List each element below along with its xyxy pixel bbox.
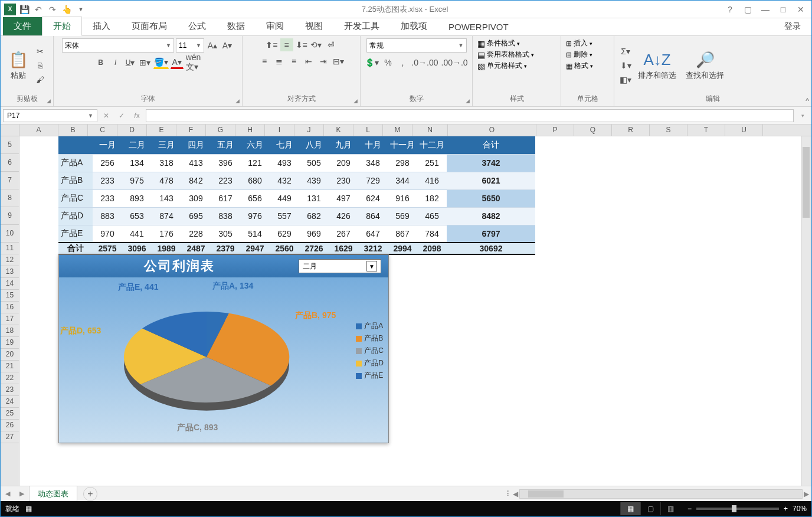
- grow-font-icon[interactable]: A▴: [206, 39, 219, 52]
- help-icon[interactable]: ?: [722, 4, 738, 15]
- currency-icon[interactable]: 💲▾: [364, 56, 379, 69]
- row-header[interactable]: 11: [1, 243, 19, 254]
- col-header[interactable]: M: [383, 125, 412, 136]
- row-header[interactable]: 5: [1, 136, 19, 154]
- col-header[interactable]: S: [650, 125, 687, 136]
- expand-formula-bar-icon[interactable]: ▾: [796, 109, 809, 122]
- font-name-combo[interactable]: 宋体▼: [62, 38, 174, 53]
- decrease-indent-icon[interactable]: ⇤: [302, 55, 315, 68]
- vertical-scrollbar[interactable]: [801, 136, 811, 486]
- tab-formulas[interactable]: 公式: [178, 17, 217, 35]
- tab-data[interactable]: 数据: [217, 17, 256, 35]
- tab-powerpivot[interactable]: POWERPIVOT: [438, 18, 519, 35]
- row-header[interactable]: 9: [1, 207, 19, 225]
- qat-dropdown-icon[interactable]: ▼: [75, 4, 87, 15]
- decrease-decimal-icon[interactable]: .00→.0: [441, 56, 469, 69]
- collapse-ribbon-icon[interactable]: ^: [806, 97, 809, 105]
- col-header[interactable]: B: [58, 125, 88, 136]
- cut-icon[interactable]: ✂: [34, 45, 47, 58]
- format-as-table-button[interactable]: ▤套用表格格式▾: [477, 50, 534, 60]
- sheet-nav-prev-icon[interactable]: ◀: [1, 490, 15, 498]
- italic-button[interactable]: I: [109, 56, 122, 69]
- merge-cells-button[interactable]: ⊟▾: [332, 55, 345, 68]
- dialog-launcher-icon[interactable]: ◢: [47, 98, 51, 104]
- increase-indent-icon[interactable]: ⇥: [317, 55, 330, 68]
- fill-color-button[interactable]: 🪣▾: [153, 56, 169, 69]
- row-header[interactable]: 17: [1, 313, 19, 325]
- underline-button[interactable]: U▾: [124, 56, 137, 69]
- col-header[interactable]: D: [117, 125, 147, 136]
- tab-view[interactable]: 视图: [294, 17, 333, 35]
- align-left-icon[interactable]: ≡: [258, 55, 271, 68]
- redo-icon[interactable]: ↷: [47, 4, 58, 15]
- col-header[interactable]: O: [448, 125, 536, 136]
- col-header[interactable]: R: [612, 125, 650, 136]
- minimize-icon[interactable]: —: [757, 4, 774, 15]
- row-header[interactable]: 18: [1, 325, 19, 337]
- col-header[interactable]: G: [206, 125, 235, 136]
- tab-review[interactable]: 审阅: [256, 17, 294, 35]
- col-header[interactable]: P: [536, 125, 574, 136]
- col-header[interactable]: N: [412, 125, 448, 136]
- col-header[interactable]: E: [147, 125, 176, 136]
- enter-formula-icon[interactable]: ✓: [115, 109, 128, 122]
- copy-icon[interactable]: ⎘: [34, 59, 47, 72]
- row-header[interactable]: 19: [1, 337, 19, 349]
- cancel-formula-icon[interactable]: ✕: [100, 109, 113, 122]
- tab-developer[interactable]: 开发工具: [333, 17, 390, 35]
- wrap-text-button[interactable]: ⏎: [325, 38, 338, 51]
- col-header[interactable]: F: [176, 125, 206, 136]
- format-painter-icon[interactable]: 🖌: [34, 73, 47, 86]
- row-header[interactable]: 20: [1, 349, 19, 361]
- tab-file[interactable]: 文件: [3, 17, 42, 35]
- login-link[interactable]: 登录: [776, 18, 809, 35]
- row-header[interactable]: 27: [1, 431, 19, 443]
- page-break-view-icon[interactable]: ▥: [660, 502, 680, 515]
- find-select-button[interactable]: 🔎 查找和选择: [682, 50, 728, 82]
- orientation-icon[interactable]: ⟲▾: [310, 38, 323, 51]
- insert-cells-button[interactable]: ⊞插入▾: [566, 38, 592, 48]
- row-header[interactable]: 15: [1, 290, 19, 302]
- horizontal-scrollbar[interactable]: ⠇◀ ▶: [97, 489, 811, 499]
- row-header[interactable]: 8: [1, 189, 19, 207]
- row-header[interactable]: 26: [1, 420, 19, 431]
- align-top-icon[interactable]: ⬆≡: [265, 38, 278, 51]
- col-header[interactable]: I: [265, 125, 294, 136]
- undo-icon[interactable]: ↶: [32, 4, 44, 15]
- zoom-slider[interactable]: [696, 508, 779, 510]
- select-all-corner[interactable]: [1, 125, 19, 136]
- row-header[interactable]: 21: [1, 361, 19, 372]
- row-header[interactable]: 6: [1, 154, 19, 172]
- dialog-launcher-icon[interactable]: ◢: [353, 98, 358, 104]
- col-header[interactable]: C: [88, 125, 117, 136]
- row-header[interactable]: 13: [1, 266, 19, 278]
- autosum-icon[interactable]: Σ▾: [619, 45, 632, 58]
- clear-icon[interactable]: ◧▾: [619, 73, 632, 86]
- col-header[interactable]: H: [235, 125, 265, 136]
- maximize-icon[interactable]: □: [775, 4, 791, 15]
- fx-icon[interactable]: fx: [130, 109, 143, 122]
- row-header[interactable]: 25: [1, 408, 19, 420]
- col-header[interactable]: Q: [574, 125, 612, 136]
- zoom-in-button[interactable]: +: [784, 505, 788, 513]
- zoom-out-button[interactable]: −: [687, 505, 692, 513]
- tab-home[interactable]: 开始: [42, 17, 82, 36]
- conditional-formatting-button[interactable]: ▦条件格式▾: [477, 38, 520, 48]
- formula-input[interactable]: [146, 109, 794, 122]
- bold-button[interactable]: B: [94, 56, 107, 69]
- normal-view-icon[interactable]: ▦: [620, 502, 640, 515]
- zoom-level[interactable]: 70%: [793, 505, 807, 513]
- align-center-icon[interactable]: ≣: [273, 55, 286, 68]
- touch-mode-icon[interactable]: 👆: [61, 4, 73, 15]
- phonetic-button[interactable]: wén文▾: [185, 56, 202, 69]
- align-middle-icon[interactable]: ≡: [280, 38, 293, 51]
- increase-decimal-icon[interactable]: .0→.00: [411, 56, 438, 69]
- border-button[interactable]: ⊞▾: [139, 56, 152, 69]
- format-cells-button[interactable]: ▦格式▾: [566, 61, 593, 71]
- dialog-launcher-icon[interactable]: ◢: [466, 98, 470, 104]
- add-sheet-button[interactable]: +: [83, 487, 97, 501]
- font-color-button[interactable]: A▾: [171, 56, 184, 69]
- tab-page-layout[interactable]: 页面布局: [121, 17, 178, 35]
- align-right-icon[interactable]: ≡: [287, 55, 300, 68]
- shrink-font-icon[interactable]: A▾: [221, 39, 234, 52]
